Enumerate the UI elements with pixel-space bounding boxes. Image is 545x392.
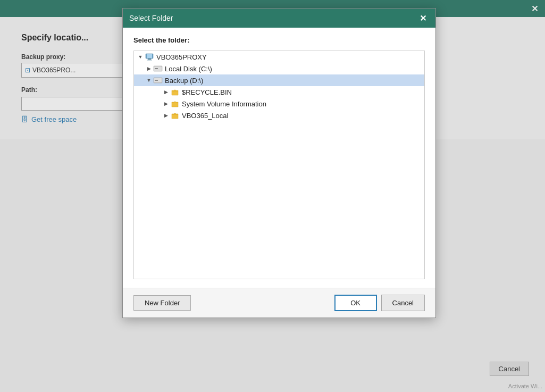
ok-button[interactable]: OK [334,295,377,311]
local-disk-expand-icon[interactable] [145,64,153,73]
svg-rect-9 [155,80,158,81]
computer-icon [145,53,154,61]
new-folder-button[interactable]: New Folder [133,295,191,311]
svg-rect-6 [155,68,158,69]
recycle-label: $RECYCLE.BIN [182,88,232,96]
vbo365local-expand-icon[interactable] [162,111,170,120]
local-disk-icon [153,64,163,73]
cancel-button[interactable]: Cancel [381,295,425,311]
root-label: VBO365PROXY [156,53,207,61]
dialog-body: Select the folder: VBO365PROXY [123,28,435,288]
vbo365local-folder-icon [170,111,180,120]
dialog-footer: New Folder OK Cancel [123,288,435,318]
tree-item-root[interactable]: VBO365PROXY [134,51,424,63]
folder-tree[interactable]: VBO365PROXY Local Disk (C:\) [133,51,425,279]
tree-item-recycle[interactable]: $RECYCLE.BIN [134,86,424,98]
recycle-expand-icon[interactable] [162,88,170,96]
root-expand-icon[interactable] [136,53,145,61]
backup-disk-icon [153,76,163,85]
footer-right-buttons: OK Cancel [334,295,425,311]
dialog-close-button[interactable]: ✕ [416,12,429,24]
backup-disk-label: Backup (D:\) [165,77,203,85]
dialog-title: Select Folder [129,14,173,22]
tree-item-local-disk[interactable]: Local Disk (C:\) [134,63,424,74]
tree-item-sysvolinfo[interactable]: System Volume Information [134,98,424,110]
backup-disk-expand-icon[interactable] [145,76,153,85]
svg-rect-1 [147,54,152,58]
svg-rect-2 [148,59,151,60]
tree-item-vbo365local[interactable]: VBO365_Local [134,110,424,121]
dialog-titlebar: Select Folder ✕ [123,9,435,28]
sysvolinfo-expand-icon[interactable] [162,99,170,108]
svg-rect-3 [147,60,152,61]
dialog-instruction: Select the folder: [133,36,425,44]
sysvolinfo-folder-icon [170,99,180,108]
vbo365local-label: VBO365_Local [182,112,228,120]
tree-item-backup-disk[interactable]: Backup (D:\) [134,74,424,86]
select-folder-dialog: Select Folder ✕ Select the folder: VBO36… [122,8,436,318]
recycle-folder-icon [170,88,180,96]
sysvolinfo-label: System Volume Information [182,100,266,108]
local-disk-label: Local Disk (C:\) [165,65,212,73]
